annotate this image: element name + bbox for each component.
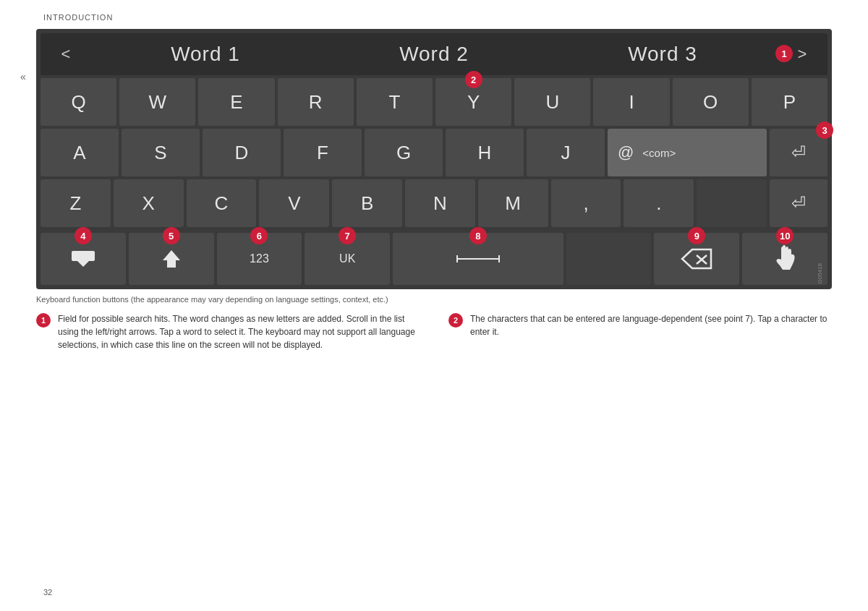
key-comma[interactable]: , — [551, 179, 621, 227]
svg-rect-5 — [498, 255, 500, 262]
word-bar-word3[interactable]: Word 3 — [548, 43, 777, 66]
annotation-badge-1: 1 — [36, 313, 51, 328]
key-p[interactable]: P — [752, 78, 827, 126]
func-key-backspace[interactable]: 9 — [654, 233, 739, 285]
key-r[interactable]: R — [278, 78, 354, 126]
space-bar-icon — [456, 252, 500, 265]
word-bar-left-arrow[interactable]: < — [41, 45, 91, 64]
key-x[interactable]: X — [114, 179, 184, 227]
key-b[interactable]: B — [332, 179, 402, 227]
key-o[interactable]: O — [673, 78, 749, 126]
key-u[interactable]: U — [514, 78, 590, 126]
word-suggestion-bar: < Word 1 Word 2 Word 3 > 1 — [41, 33, 827, 75]
svg-marker-2 — [163, 250, 180, 268]
badge-2: 2 — [465, 71, 482, 88]
shift-icon — [161, 249, 182, 269]
key-enter-row3[interactable]: ⏎ — [770, 179, 827, 227]
key-f[interactable]: F — [284, 129, 362, 176]
key-com[interactable]: <com> — [642, 147, 676, 159]
key-j[interactable]: J — [527, 129, 605, 176]
func-key-empty1 — [566, 233, 652, 285]
key-e[interactable]: E — [198, 78, 274, 126]
keyboard-caption: Keyboard function buttons (the appearanc… — [36, 295, 832, 304]
annotation-item-2: 2 The characters that can be entered are… — [448, 312, 832, 351]
badge-4: 4 — [75, 227, 92, 244]
key-t[interactable]: T — [357, 78, 433, 126]
lang-key-label: UK — [339, 252, 355, 265]
badge-1: 1 — [775, 45, 793, 62]
key-h[interactable]: H — [446, 129, 524, 176]
key-enter-row2[interactable]: ⏎ 3 — [770, 129, 827, 176]
func-key-hide[interactable]: 4 — [41, 233, 126, 285]
row-zxcv: Z X C V B N M , . ⏎ — [41, 179, 827, 227]
svg-rect-4 — [456, 255, 458, 262]
badge-3: 3 — [816, 121, 833, 139]
badge-10: 10 — [776, 227, 793, 244]
key-y[interactable]: Y 2 — [435, 78, 511, 126]
annotation-text-2: The characters that can be entered are l… — [470, 312, 832, 351]
key-a[interactable]: A — [41, 129, 119, 176]
word-bar-word1[interactable]: Word 1 — [91, 43, 320, 66]
svg-rect-0 — [72, 251, 95, 261]
key-v[interactable]: V — [259, 179, 329, 227]
num-key-label: 123 — [250, 252, 269, 265]
annotation-item-1: 1 Field for possible search hits. The wo… — [36, 312, 420, 351]
page-header: INTRODUCTION — [0, 0, 868, 29]
func-key-space[interactable]: 8 — [393, 233, 563, 285]
badge-5: 5 — [163, 227, 180, 244]
key-i[interactable]: I — [593, 78, 669, 126]
row-asdf: A S D F G H J @ <com> ⏎ 3 — [41, 129, 827, 176]
func-row: 4 5 6 123 7 UK — [41, 233, 827, 285]
badge-9: 9 — [688, 227, 705, 244]
cursor-icon — [773, 245, 797, 273]
annotation-badge-2: 2 — [448, 313, 463, 328]
keyboard-rows: Q W E R T Y 2 U I O P A S D F G H J @ — [41, 78, 827, 285]
key-n[interactable]: N — [405, 179, 475, 227]
key-w[interactable]: W — [119, 78, 195, 126]
annotation-text-1: Field for possible search hits. The word… — [58, 312, 420, 351]
func-key-lang[interactable]: 7 UK — [305, 233, 390, 285]
key-blank-1 — [697, 179, 767, 227]
key-g[interactable]: G — [365, 129, 443, 176]
row-qwerty: Q W E R T Y 2 U I O P — [41, 78, 827, 126]
key-d[interactable]: D — [203, 129, 281, 176]
svg-marker-1 — [77, 261, 89, 267]
keyboard-container: < Word 1 Word 2 Word 3 > 1 Q W E R T Y 2… — [36, 29, 832, 289]
badge-8: 8 — [469, 227, 487, 244]
func-key-cursor[interactable]: 10 — [742, 233, 827, 285]
func-key-num[interactable]: 6 123 — [217, 233, 302, 285]
quote-mark: « — [20, 71, 26, 82]
key-at[interactable]: @ — [618, 143, 634, 162]
key-m[interactable]: M — [478, 179, 548, 227]
key-period[interactable]: . — [624, 179, 694, 227]
hide-keyboard-icon — [72, 251, 95, 267]
key-s[interactable]: S — [122, 129, 200, 176]
key-c[interactable]: C — [187, 179, 257, 227]
backspace-icon — [681, 248, 712, 270]
key-q[interactable]: Q — [41, 78, 116, 126]
badge-7: 7 — [339, 227, 356, 244]
image-id: G05418 — [817, 263, 823, 283]
key-z[interactable]: Z — [41, 179, 111, 227]
word-bar-word2[interactable]: Word 2 — [320, 43, 548, 66]
special-keys-group: @ <com> — [608, 129, 767, 176]
badge-6: 6 — [250, 227, 268, 244]
annotations: 1 Field for possible search hits. The wo… — [36, 312, 832, 351]
svg-rect-3 — [456, 258, 500, 260]
page-number: 32 — [43, 588, 52, 597]
func-key-shift[interactable]: 5 — [129, 233, 214, 285]
